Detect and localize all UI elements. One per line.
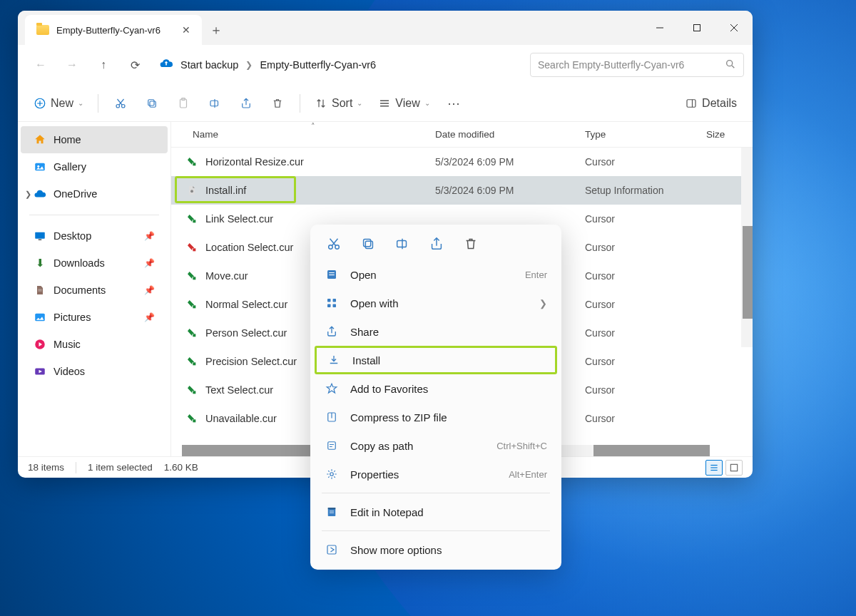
pin-icon: 📌 [144, 231, 155, 241]
breadcrumb-folder[interactable]: Empty-Butterfly-Cyan-vr6 [260, 59, 376, 71]
cut-icon[interactable] [326, 236, 342, 252]
view-thumbnails-toggle[interactable] [725, 460, 743, 476]
context-menu-toolbar [315, 230, 557, 260]
context-compress[interactable]: Compress to ZIP file [315, 403, 557, 431]
context-more-options[interactable]: Show more options [315, 535, 557, 564]
context-open[interactable]: Open Enter [315, 260, 557, 289]
sidebar-item-home[interactable]: Home [21, 126, 168, 153]
context-open-with[interactable]: Open with ❯ [315, 289, 557, 317]
search-icon [725, 58, 736, 72]
pictures-icon [34, 311, 46, 324]
search-input[interactable]: Search Empty-Butterfly-Cyan-vr6 [530, 53, 744, 77]
file-date: 5/3/2024 6:09 PM [435, 185, 585, 196]
view-details-toggle[interactable] [705, 460, 723, 476]
minimize-button[interactable] [641, 11, 678, 45]
sidebar-item-desktop[interactable]: Desktop 📌 [21, 222, 168, 250]
svg-rect-1 [694, 25, 700, 31]
cloud-backup-icon [159, 56, 173, 73]
sidebar-item-music[interactable]: Music [21, 331, 168, 358]
svg-rect-62 [328, 442, 336, 450]
search-placeholder: Search Empty-Butterfly-Cyan-vr6 [538, 59, 684, 71]
sidebar-item-gallery[interactable]: Gallery [21, 153, 168, 180]
sidebar-item-onedrive[interactable]: ❯ OneDrive [21, 180, 168, 207]
svg-point-32 [190, 190, 193, 192]
file-type: Cursor [585, 299, 706, 310]
close-button[interactable] [715, 11, 753, 45]
pin-icon: 📌 [144, 258, 155, 268]
column-date[interactable]: Date modified [435, 129, 585, 140]
svg-point-4 [727, 60, 733, 66]
sort-button[interactable]: Sort ⌄ [307, 91, 370, 116]
file-icon [185, 270, 198, 282]
share-button[interactable] [231, 91, 261, 116]
notepad-icon [325, 505, 339, 519]
svg-rect-55 [329, 274, 335, 275]
tab-active[interactable]: Empty-Butterfly-Cyan-vr6 ✕ [25, 15, 202, 45]
svg-rect-56 [327, 299, 331, 302]
sidebar-item-pictures[interactable]: Pictures 📌 [21, 304, 168, 331]
chevron-right-icon[interactable]: ❯ [25, 190, 31, 199]
rename-icon[interactable] [394, 236, 410, 252]
file-type: Cursor [585, 384, 706, 396]
column-headers: Name ˄ Date modified Type Size [171, 122, 753, 148]
file-icon [185, 355, 198, 368]
sidebar-item-documents[interactable]: Documents 📌 [21, 277, 168, 304]
back-button[interactable]: ← [26, 51, 55, 79]
file-row[interactable]: Horizontal Resize.cur5/3/2024 6:09 PMCur… [171, 148, 753, 176]
context-favorites[interactable]: Add to Favorites [315, 374, 557, 403]
breadcrumb-backup[interactable]: Start backup [180, 59, 238, 71]
context-properties[interactable]: Properties Alt+Enter [315, 460, 557, 488]
copy-path-icon [325, 438, 339, 453]
status-selection: 1 item selected [88, 462, 153, 473]
copy-button[interactable] [137, 91, 167, 116]
context-copy-path[interactable]: Copy as path Ctrl+Shift+C [315, 431, 557, 460]
context-edit-notepad[interactable]: Edit in Notepad [315, 498, 557, 526]
svg-rect-13 [150, 101, 156, 107]
refresh-button[interactable]: ⟳ [121, 51, 149, 79]
sidebar-item-videos[interactable]: Videos [21, 358, 168, 385]
svg-rect-51 [397, 240, 407, 247]
cut-button[interactable] [106, 91, 136, 116]
file-row[interactable]: Install.inf5/3/2024 6:09 PMSetup Informa… [171, 176, 753, 205]
navbar: ← → ↑ ⟳ Start backup ❯ Empty-Butterfly-C… [18, 45, 753, 85]
svg-rect-36 [193, 305, 195, 308]
chevron-right-icon: ❯ [245, 60, 253, 70]
vertical-scrollbar[interactable] [741, 148, 753, 347]
context-menu: Open Enter Open with ❯ Share Install Add… [310, 225, 561, 570]
home-icon [34, 133, 46, 146]
rename-button[interactable] [200, 91, 230, 116]
view-button[interactable]: View ⌄ [371, 91, 437, 116]
up-button[interactable]: ↑ [89, 51, 118, 79]
delete-icon[interactable] [463, 236, 479, 252]
file-type: Setup Information [585, 185, 706, 196]
column-type[interactable]: Type [585, 129, 706, 140]
context-share[interactable]: Share [315, 317, 557, 346]
toolbar: New ⌄ Sort ⌄ View ⌄ ⋯ Details [18, 85, 753, 122]
column-name[interactable]: Name [171, 129, 435, 140]
sidebar-item-downloads[interactable]: ⬇ Downloads 📌 [21, 250, 168, 277]
tab-close-button[interactable]: ✕ [182, 24, 190, 36]
share-icon[interactable] [429, 236, 444, 252]
details-button[interactable]: Details [678, 91, 744, 116]
breadcrumb[interactable]: Start backup ❯ Empty-Butterfly-Cyan-vr6 [152, 52, 527, 78]
file-date: 5/3/2024 6:09 PM [435, 156, 585, 168]
column-size[interactable]: Size [706, 129, 753, 140]
new-button[interactable]: New ⌄ [26, 91, 91, 116]
svg-line-5 [732, 66, 734, 68]
file-icon [185, 184, 198, 197]
context-install[interactable]: Install [315, 346, 557, 374]
copy-icon[interactable] [360, 236, 376, 252]
svg-rect-44 [730, 464, 737, 471]
paste-button[interactable] [168, 91, 198, 116]
more-button[interactable]: ⋯ [439, 91, 469, 116]
file-icon [185, 298, 198, 311]
svg-rect-67 [330, 513, 334, 513]
svg-rect-37 [193, 334, 195, 337]
file-icon [185, 241, 198, 254]
forward-button[interactable]: → [58, 51, 86, 79]
svg-rect-38 [193, 362, 195, 365]
delete-button[interactable] [263, 91, 292, 116]
chevron-right-icon: ❯ [539, 298, 547, 309]
maximize-button[interactable] [678, 11, 715, 45]
new-tab-button[interactable]: ＋ [202, 15, 230, 45]
